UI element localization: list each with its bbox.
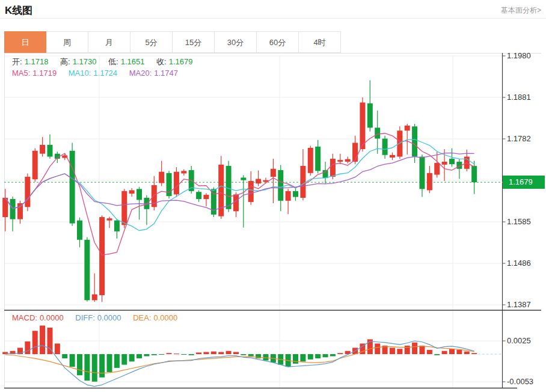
ma20-label: MA20: <box>129 69 152 78</box>
macd-axis-label: 0.0025 <box>507 336 544 346</box>
y-axis-label: 1.1980 <box>507 51 544 61</box>
tab-5min[interactable]: 5分 <box>130 31 173 53</box>
tab-60min[interactable]: 60分 <box>257 31 299 53</box>
diff-value: 0.0000 <box>97 313 121 322</box>
open-value: 1.1718 <box>25 57 49 66</box>
interval-tabbar: 日 周 月 5分 15分 30分 60分 4时 <box>4 31 341 53</box>
ma10-value: 1.1724 <box>93 69 117 78</box>
fundamental-analysis-link[interactable]: 基本面分析> <box>501 5 541 16</box>
close-value: 1.1679 <box>169 57 193 66</box>
ma5-label: MA5: <box>12 69 30 78</box>
y-axis-label: 1.1486 <box>507 259 544 268</box>
header-divider <box>0 18 546 19</box>
macd-axis-label: -0.0053 <box>507 377 544 387</box>
ma10-label: MA10: <box>69 69 91 78</box>
diff-label: DIFF: <box>75 313 95 322</box>
page-title: K线图 <box>5 4 32 17</box>
macd-value: 0.0000 <box>40 313 64 322</box>
dea-label: DEA: <box>133 313 151 322</box>
ma20-value: 1.1747 <box>154 69 178 78</box>
tab-4hour[interactable]: 4时 <box>299 31 341 53</box>
kline-chart-svg[interactable] <box>0 53 546 392</box>
macd-label: MACD: <box>12 313 37 322</box>
ma-row: MA5:1.1719 MA10:1.1724 MA20:1.1747 <box>12 69 180 78</box>
y-axis-label: 1.1387 <box>507 300 544 310</box>
ma5-value: 1.1719 <box>32 69 57 78</box>
tab-month[interactable]: 月 <box>88 31 130 53</box>
y-axis-label: 1.1585 <box>507 217 544 227</box>
high-value: 1.1730 <box>73 57 97 66</box>
open-label: 开: <box>12 57 22 66</box>
dea-value: 0.0000 <box>154 313 178 322</box>
y-axis-label: 1.1881 <box>507 93 544 102</box>
low-value: 1.1651 <box>121 57 145 66</box>
tab-15min[interactable]: 15分 <box>173 31 215 53</box>
close-label: 收: <box>156 57 167 66</box>
tab-day[interactable]: 日 <box>4 31 46 53</box>
high-label: 高: <box>60 57 70 66</box>
ohlc-row: 开:1.1718 高:1.1730 低:1.1651 收:1.1679 <box>12 57 195 67</box>
tab-week[interactable]: 周 <box>46 31 88 53</box>
current-price-tag: 1.1679 <box>503 176 545 189</box>
macd-row: MACD:0.0000 DIFF:0.0000 DEA:0.0000 <box>12 313 180 322</box>
y-axis-label: 1.1782 <box>507 134 544 144</box>
tab-30min[interactable]: 30分 <box>215 31 257 53</box>
low-label: 低: <box>108 57 118 66</box>
